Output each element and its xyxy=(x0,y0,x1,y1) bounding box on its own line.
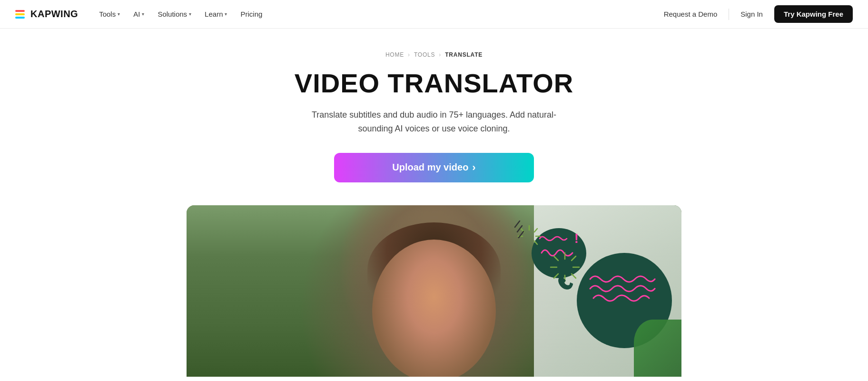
svg-line-1 xyxy=(534,229,537,232)
foliage-corner xyxy=(634,320,681,377)
breadcrumb-sep-2: › xyxy=(439,51,441,58)
logo-stripe-red xyxy=(15,10,25,12)
logo-stripe-yellow xyxy=(15,13,25,15)
exclamation-icon: ! xyxy=(574,232,579,245)
svg-line-3 xyxy=(534,241,537,244)
nav-divider xyxy=(729,9,729,20)
breadcrumb: HOME › TOOLS › TRANSLATE xyxy=(385,51,483,58)
svg-line-14 xyxy=(515,221,520,227)
breadcrumb-home: HOME xyxy=(385,51,404,58)
tick-marks-icon xyxy=(505,219,524,242)
request-demo-button[interactable]: Request a Demo xyxy=(658,7,723,21)
navbar: KAPWING Tools ▾ AI ▾ Solutions ▾ Learn ▾… xyxy=(0,0,868,29)
logo-mark xyxy=(15,10,25,19)
breadcrumb-tools: TOOLS xyxy=(414,51,435,58)
svg-line-7 xyxy=(572,256,576,261)
logo-stripe-blue xyxy=(15,17,25,19)
breadcrumb-sep-1: › xyxy=(408,51,410,58)
hero-section: HOME › TOOLS › TRANSLATE VIDEO TRANSLATO… xyxy=(0,29,868,205)
video-preview: ! xyxy=(187,205,681,377)
try-kapwing-button[interactable]: Try Kapwing Free xyxy=(774,5,853,23)
chevron-down-icon: ▾ xyxy=(118,11,120,17)
nav-tools[interactable]: Tools ▾ xyxy=(93,7,126,21)
nav-solutions[interactable]: Solutions ▾ xyxy=(152,7,197,21)
breadcrumb-current: TRANSLATE xyxy=(445,51,483,58)
chevron-down-icon: ▾ xyxy=(189,11,191,17)
upload-video-button[interactable]: Upload my video › xyxy=(334,153,534,182)
nav-pricing[interactable]: Pricing xyxy=(235,7,268,21)
chevron-down-icon: ▾ xyxy=(225,11,227,17)
nav-learn[interactable]: Learn ▾ xyxy=(199,7,233,21)
arrow-right-icon: › xyxy=(472,161,475,174)
svg-line-15 xyxy=(517,226,522,232)
nav-links: Tools ▾ AI ▾ Solutions ▾ Learn ▾ Pricing xyxy=(93,7,268,21)
logo-text[interactable]: KAPWING xyxy=(30,9,78,20)
chevron-down-icon: ▾ xyxy=(142,11,144,17)
page-title: VIDEO TRANSLATOR xyxy=(295,68,573,99)
nav-ai[interactable]: AI ▾ xyxy=(128,7,150,21)
upload-button-label: Upload my video xyxy=(392,162,468,173)
sign-in-button[interactable]: Sign In xyxy=(735,7,769,21)
hero-description: Translate subtitles and dub audio in 75+… xyxy=(301,108,567,136)
nav-right: Request a Demo Sign In Try Kapwing Free xyxy=(658,5,853,23)
face-overlay xyxy=(372,240,496,377)
squiggle-big-svg xyxy=(586,272,658,305)
svg-line-10 xyxy=(554,256,558,261)
nav-left: KAPWING Tools ▾ AI ▾ Solutions ▾ Learn ▾… xyxy=(15,7,268,21)
video-background: ! xyxy=(187,205,681,377)
svg-line-16 xyxy=(519,231,523,238)
